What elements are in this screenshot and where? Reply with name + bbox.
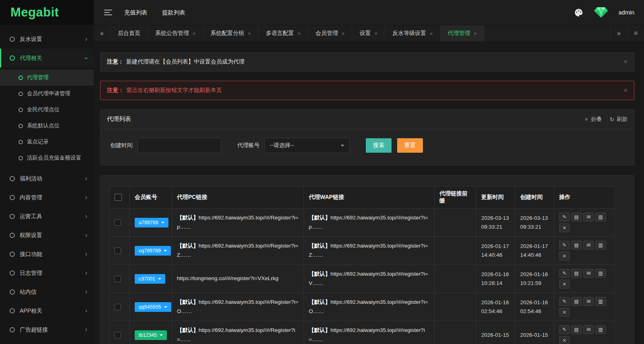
form-icon[interactable]: ▤ [571,269,582,278]
row-checkbox[interactable] [115,276,121,282]
sidebar-item-label: 站内信 [20,289,85,296]
app-root: Megabit 反水设置›代理相关›代理管理会员代理申请管理全民代理点位系统默认… [0,0,644,344]
select-all-checkbox[interactable] [115,194,122,201]
row-actions: ✎▤✉▥ [559,241,609,250]
table-card: 会员账号代理PC链接代理WAP链接代理链接前缀更新时间创建时间操作 a78978… [100,175,634,344]
tab-close-icon[interactable]: × [193,31,196,37]
delete-button[interactable]: × [559,280,570,289]
file-icon[interactable]: ▥ [595,213,606,221]
account-button[interactable]: a789789 [135,218,168,227]
sidebar-subitem[interactable]: 代理管理 [0,70,94,86]
edit-icon[interactable]: ✎ [559,241,570,250]
column-header: 会员账号 [130,186,172,209]
user-menu[interactable]: admin [619,9,635,16]
select-value: --请选择-- [270,142,294,149]
tab-close-icon[interactable]: × [342,31,345,37]
tab-close-icon[interactable]: × [474,31,477,37]
mail-icon[interactable]: ✉ [583,269,594,278]
delete-button[interactable]: × [559,252,570,260]
reset-button[interactable]: 重置 [397,138,423,153]
file-icon[interactable]: ▥ [595,297,606,306]
search-button[interactable]: 搜索 [366,138,392,153]
created-time-input[interactable] [137,138,221,153]
sidebar-item[interactable]: 内容管理› [0,188,94,207]
alert-close-icon[interactable]: × [623,58,628,66]
agent-account-select[interactable]: --请选择-- [265,138,350,153]
sidebar-item[interactable]: 权限设置› [0,226,94,245]
edit-icon[interactable]: ✎ [559,325,570,334]
tab[interactable]: 多语言配置× [258,25,308,41]
sidebar-subitem[interactable]: 返点记录 [0,134,94,150]
collapse-button[interactable]: » 折叠 [585,116,601,123]
mail-icon[interactable]: ✉ [583,241,594,250]
sidebar-item[interactable]: 反水设置› [0,30,94,49]
account-button[interactable]: cq789789 [135,246,171,256]
alert-close-icon[interactable]: × [623,86,628,94]
account-button[interactable]: qq545505 [135,302,171,312]
tab[interactable]: 后台首页 [111,25,148,41]
circle-icon [10,55,15,61]
mail-icon[interactable]: ✉ [583,297,594,306]
sidebar-subitem[interactable]: 活跃会员充值金额设置 [0,150,94,166]
refresh-button[interactable]: ↻ 刷新 [610,116,628,123]
wap-link: 【默认】https://692.haiwaiym35.top//#/regist… [309,298,429,316]
column-header: 更新时间 [476,186,515,209]
hamburger-icon[interactable] [104,10,112,15]
gem-icon[interactable] [594,6,608,18]
tab-close-icon[interactable]: × [297,31,301,37]
edit-icon[interactable]: ✎ [559,297,570,306]
delete-button[interactable]: × [559,308,570,317]
account-button[interactable]: c37001 [135,274,165,284]
sidebar-item[interactable]: APP相关› [0,301,94,320]
tabs-scroll-left-icon[interactable]: « [94,25,111,41]
sidebar-item[interactable]: 站内信› [0,283,94,301]
tab-close-icon[interactable]: × [430,31,433,37]
delete-button[interactable]: × [559,223,570,232]
tab[interactable]: 代理管理× [441,25,485,41]
topnav-withdraw-list[interactable]: 提款列表 [162,9,185,16]
form-icon[interactable]: ▤ [571,325,582,334]
chevron-right-icon: › [85,232,87,238]
row-checkbox[interactable] [115,248,121,254]
account-button[interactable]: tb12345 [135,330,167,340]
sidebar-subitem[interactable]: 全民代理点位 [0,102,94,118]
theme-palette-icon[interactable] [574,8,583,17]
tabs-menu-icon[interactable]: ≡ [627,25,644,41]
topnav-deposit-list[interactable]: 充值列表 [124,9,148,16]
row-checkbox[interactable] [115,332,121,338]
edit-icon[interactable]: ✎ [559,269,570,278]
mail-icon[interactable]: ✉ [583,213,594,221]
tab-close-icon[interactable]: × [374,31,377,37]
sidebar-subitem[interactable]: 会员代理申请管理 [0,86,94,102]
created-time: 2026-01-17 14:40:46 [515,237,554,265]
sidebar-item[interactable]: 代理相关› [0,49,94,68]
file-icon[interactable]: ▥ [595,325,606,334]
sidebar-subitem[interactable]: 系统默认点位 [0,118,94,134]
tabs-scroll-right-icon[interactable]: » [610,25,627,41]
column-header: 代理链接前缀 [435,186,476,209]
form-icon[interactable]: ▤ [571,297,582,306]
sidebar-item[interactable]: 运营工具› [0,207,94,226]
sidebar-item[interactable]: 接口功能› [0,245,94,264]
sidebar-item[interactable]: 日志管理› [0,264,94,283]
tab[interactable]: 会员管理× [308,25,353,41]
pc-link: 【默认】https://692.haiwaiym35.top//#/Regist… [177,326,299,344]
file-icon[interactable]: ▥ [595,241,606,250]
tab[interactable]: 反水等级设置× [385,25,441,41]
mail-icon[interactable]: ✉ [583,325,594,334]
row-checkbox[interactable] [115,304,121,310]
tab[interactable]: 系统公告管理× [148,25,203,41]
edit-icon[interactable]: ✎ [559,213,570,221]
sidebar-item[interactable]: 广告超链接› [0,320,94,339]
row-checkbox[interactable] [115,219,121,226]
tab[interactable]: 设置× [352,25,385,41]
sidebar-item[interactable]: 福利活动› [0,169,94,188]
delete-button[interactable]: × [559,336,570,344]
agent-account-label: 代理账号 [237,142,260,149]
file-icon[interactable]: ▥ [595,269,606,278]
tab-close-icon[interactable]: × [248,31,251,37]
created-time: 2026-01-16 10:21:59 [515,265,554,293]
tab[interactable]: 系统配置分组× [203,25,259,41]
form-icon[interactable]: ▤ [571,241,582,250]
form-icon[interactable]: ▤ [571,213,582,221]
